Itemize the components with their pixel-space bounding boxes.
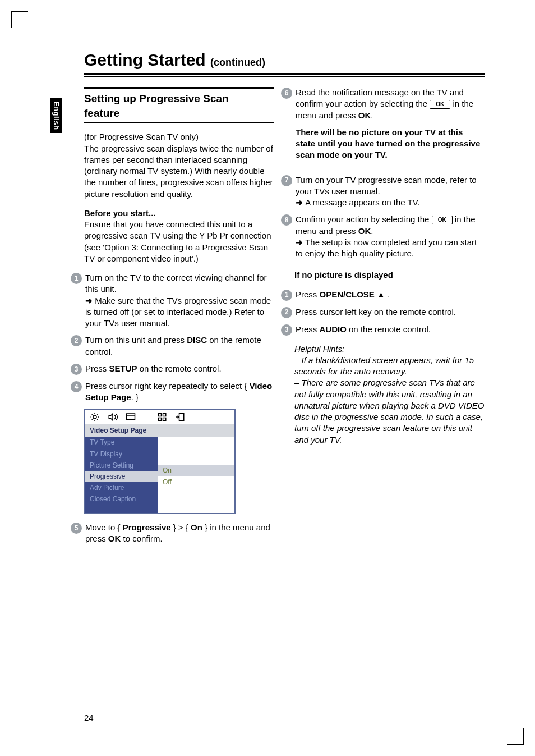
speaker-icon: [108, 412, 118, 422]
crop-mark-top-left: [11, 11, 28, 28]
step-6: 6 Read the notification message on the T…: [281, 87, 485, 169]
hint-1: – If a blank/distorted screen appears, w…: [294, 355, 474, 376]
step3-text-a: Press: [85, 364, 109, 373]
page-number: 24: [84, 713, 94, 722]
svg-rect-3: [163, 414, 166, 416]
step6-c: .: [371, 111, 373, 120]
step5-b: } > {: [171, 523, 191, 532]
step8-c: .: [371, 226, 373, 236]
step-1: 1 Turn on the TV to the correct viewing …: [71, 272, 274, 329]
menu-header: Video Setup Page: [85, 424, 234, 437]
np-step-2: 2 Press cursor left key on the remote co…: [281, 306, 485, 318]
intro-paragraph: (for Progressive Scan TV only) The progr…: [84, 131, 274, 200]
np1-openclose: OPEN/CLOSE: [320, 290, 375, 299]
step5-progressive: Progressive: [123, 523, 171, 532]
step-4: 4 Press cursor right key repeatedly to s…: [71, 381, 274, 404]
np1-a: Press: [296, 290, 320, 299]
step8-arrow: The setup is now completed and you can s…: [296, 237, 477, 258]
np3-b: on the remote control.: [347, 324, 431, 334]
ok-button-graphic: OK: [432, 216, 453, 224]
np-step-number-2: 2: [281, 307, 292, 318]
menu-item-highlighted: Progressive: [85, 471, 158, 482]
svg-rect-5: [163, 418, 166, 421]
svg-rect-4: [158, 418, 161, 421]
step-number-4: 4: [71, 381, 82, 392]
crop-mark-bottom-right: [507, 728, 524, 745]
step-number-7: 7: [281, 175, 292, 186]
step6-ok2: OK: [358, 111, 371, 120]
step-8: 8 Confirm your action by selecting the O…: [281, 214, 485, 259]
eject-icon: ▲: [377, 290, 385, 299]
step5-d: to confirm.: [121, 534, 162, 543]
step5-on: On: [191, 523, 202, 532]
np-step-number-1: 1: [281, 290, 292, 301]
no-picture-heading: If no picture is displayed: [294, 269, 485, 281]
right-column: 6 Read the notification message on the T…: [294, 87, 485, 550]
np2-text: Press cursor left key on the remote cont…: [296, 306, 485, 318]
menu-option-highlighted: On: [158, 465, 234, 476]
section-heading: Setting up Progressive Scan feature: [84, 87, 274, 123]
step8-ok2: OK: [358, 226, 371, 236]
svg-rect-6: [179, 414, 184, 421]
hints-head: Helpful Hints:: [294, 344, 344, 354]
left-column: Setting up Progressive Scan feature (for…: [84, 87, 274, 550]
page-title-continued: (continued): [210, 57, 265, 68]
step8-a: Confirm your action by selecting the: [296, 214, 432, 224]
step-5: 5 Move to { Progressive } > { On } in th…: [71, 522, 274, 545]
step7-a: Turn on your TV progressive scan mode, r…: [296, 175, 477, 196]
arrow-page-icon: [175, 412, 185, 422]
np-step-1: 1 Press OPEN/CLOSE ▲ .: [281, 289, 485, 301]
step7-arrow: A message appears on the TV.: [296, 198, 419, 207]
svg-rect-0: [127, 414, 135, 420]
page-title: Getting Started (continued): [84, 51, 485, 70]
menu-item: Adv Picture: [85, 482, 158, 493]
language-tab: English: [50, 98, 62, 133]
menu-icon-bar: [85, 410, 234, 424]
step-number-8: 8: [281, 214, 292, 226]
np3-a: Press: [296, 324, 320, 334]
step-number-3: 3: [71, 364, 82, 375]
ok-button-graphic: OK: [430, 100, 450, 109]
menu-item: TV Display: [85, 448, 158, 460]
helpful-hints: Helpful Hints: – If a blank/distorted sc…: [294, 343, 485, 446]
step4-text-a: Press cursor right key repeatedly to sel…: [85, 381, 250, 391]
step3-text-b: on the remote control.: [137, 364, 222, 373]
step1-arrow: Make sure that the TVs progressive scan …: [85, 296, 271, 328]
before-head: Before you start...: [84, 208, 156, 218]
settings-icon: [90, 412, 100, 422]
menu-right-list: On Off: [158, 437, 234, 512]
step2-text-a: Turn on this unit and press: [85, 335, 187, 345]
step-3: 3 Press SETUP on the remote control.: [71, 363, 274, 375]
step6-note: There will be no picture on your TV at t…: [296, 127, 485, 161]
step-number-1: 1: [71, 273, 82, 284]
step5-a: Move to {: [85, 523, 123, 532]
step1-text: Turn on the TV to the correct viewing ch…: [85, 273, 267, 294]
title-rule: [84, 73, 485, 77]
step-2: 2 Turn on this unit and press DISC on th…: [71, 335, 274, 358]
np-step-3: 3 Press AUDIO on the remote control.: [281, 324, 485, 336]
video-setup-menu-figure: Video Setup Page TV Type TV Display Pict…: [84, 409, 236, 514]
menu-option: Off: [158, 476, 234, 488]
step5-ok: OK: [108, 534, 121, 543]
step-number-6: 6: [281, 88, 292, 99]
np-step-number-3: 3: [281, 324, 292, 336]
menu-item: Closed Caption: [85, 493, 158, 505]
hint-2: – There are some progressive scan TVs th…: [294, 378, 485, 444]
step3-setup: SETUP: [109, 364, 137, 373]
step-number-5: 5: [71, 523, 82, 534]
step-number-2: 2: [71, 335, 82, 346]
menu-left-list: TV Type TV Display Picture Setting Progr…: [85, 437, 158, 512]
step4-text-b: . }: [131, 392, 139, 402]
monitor-icon: [126, 412, 136, 422]
grid-icon: [157, 412, 167, 422]
np3-audio: AUDIO: [320, 324, 347, 334]
menu-item: Picture Setting: [85, 460, 158, 471]
step-7: 7 Turn on your TV progressive scan mode,…: [281, 175, 485, 209]
svg-rect-2: [158, 414, 161, 416]
before-you-start: Before you start... Ensure that you have…: [84, 208, 274, 264]
section-heading-line1: Setting up Progressive Scan: [84, 93, 229, 104]
menu-item: TV Type: [85, 437, 158, 448]
page-title-main: Getting Started: [84, 51, 206, 69]
step2-disc: DISC: [187, 335, 207, 345]
before-body: Ensure that you have connected this unit…: [84, 219, 271, 263]
